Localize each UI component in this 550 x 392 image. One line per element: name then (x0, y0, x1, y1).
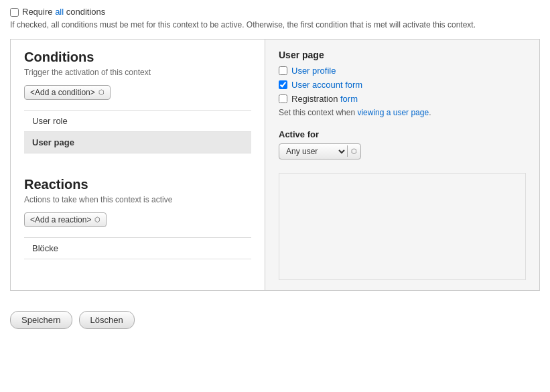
reactions-title: Reactions (24, 177, 251, 192)
user-profile-label[interactable]: User profile (291, 66, 336, 76)
add-condition-arrow-icon: ⬡ (98, 88, 105, 96)
main-layout: Conditions Trigger the activation of thi… (10, 39, 540, 291)
user-page-section: User page User profile User account form… (279, 50, 526, 117)
user-account-label[interactable]: User account form (291, 80, 362, 90)
active-for-title: Active for (279, 129, 526, 139)
add-reaction-arrow-icon: ⬡ (94, 216, 100, 223)
user-page-title: User page (279, 50, 526, 60)
info-text: If checked, all conditions must be met f… (10, 19, 540, 31)
condition-item-user-page[interactable]: User page (24, 132, 251, 153)
active-for-arrow-icon: ⬡ (347, 145, 360, 157)
right-lower-area (279, 173, 526, 280)
left-panel: Conditions Trigger the activation of thi… (11, 40, 265, 290)
active-for-select[interactable]: Any user Specific user All users (279, 144, 347, 159)
delete-button[interactable]: Löschen (79, 311, 135, 329)
bottom-bar: Speichern Löschen (10, 304, 540, 329)
registration-form-row: Registration form (279, 94, 526, 104)
viewing-user-page-highlight: viewing a user page (357, 108, 429, 117)
condition-item-user-role[interactable]: User role (24, 111, 251, 132)
reaction-item-bloecke[interactable]: Blöcke (24, 238, 251, 259)
require-conditions-label[interactable]: Require all conditions (22, 7, 105, 17)
add-condition-button[interactable]: <Add a condition> ⬡ (24, 85, 111, 100)
reactions-subtitle: Actions to take when this context is act… (24, 195, 251, 204)
registration-form-highlight: form (340, 94, 358, 104)
registration-label-part1: Registration (291, 94, 338, 104)
add-reaction-button[interactable]: <Add a reaction> ⬡ (24, 212, 107, 227)
active-for-section: Active for Any user Specific user All us… (279, 129, 526, 159)
require-all-highlight: all (55, 7, 64, 17)
right-panel: User page User profile User account form… (265, 40, 539, 290)
add-condition-label: <Add a condition> (30, 88, 95, 97)
reactions-list: Blöcke (24, 237, 251, 259)
user-profile-row: User profile (279, 66, 526, 76)
conditions-subtitle: Trigger the activation of this context (24, 68, 251, 77)
require-conditions-row: Require all conditions (10, 7, 540, 17)
conditions-section: Conditions Trigger the activation of thi… (24, 50, 251, 153)
registration-label[interactable]: Registration form (291, 94, 358, 104)
user-profile-checkbox[interactable] (279, 66, 287, 75)
require-conditions-checkbox[interactable] (10, 8, 19, 17)
user-account-checkbox[interactable] (279, 80, 287, 89)
reactions-section: Reactions Actions to take when this cont… (24, 167, 251, 259)
add-reaction-label: <Add a reaction> (30, 215, 91, 224)
user-account-form-row: User account form (279, 80, 526, 90)
registration-checkbox[interactable] (279, 94, 287, 103)
save-button[interactable]: Speichern (10, 311, 72, 329)
conditions-list: User role User page (24, 110, 251, 153)
context-note: Set this context when viewing a user pag… (279, 108, 526, 117)
conditions-title: Conditions (24, 50, 251, 65)
active-for-select-wrapper: Any user Specific user All users ⬡ (279, 143, 361, 159)
